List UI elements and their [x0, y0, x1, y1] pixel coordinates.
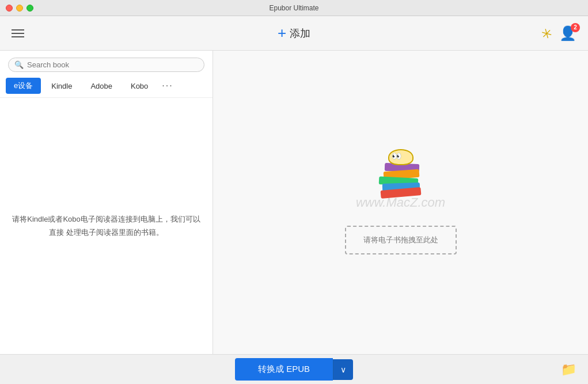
user-notification-badge: 2	[571, 23, 580, 32]
tab-e-device[interactable]: e设备	[6, 78, 41, 94]
titlebar: Epubor Ultimate	[0, 0, 588, 16]
device-hint-text: 请将Kindle或者Kobo电子阅读器连接到电脑上，我们可以直接 处理电子阅读器…	[12, 213, 201, 238]
user-account-button[interactable]: 👤 2	[559, 25, 576, 41]
bottom-bar: 转换成 EPUB ∨ 📁	[0, 354, 588, 384]
add-button[interactable]: + 添加	[278, 24, 310, 42]
search-bar: 🔍	[0, 51, 213, 77]
tab-kindle[interactable]: Kindle	[43, 79, 80, 93]
toolbar-right-actions: ⚹ 👤 2	[541, 25, 576, 41]
convert-button-group: 转换成 EPUB ∨	[235, 358, 353, 381]
add-label: 添加	[290, 26, 310, 40]
search-input[interactable]	[27, 60, 131, 69]
close-button[interactable]	[6, 5, 13, 12]
tab-adobe[interactable]: Adobe	[82, 79, 120, 93]
window-title: Epubor Ultimate	[269, 4, 318, 12]
hamburger-line-1	[12, 29, 24, 31]
hamburger-line-2	[12, 33, 24, 34]
tab-more-button[interactable]: ···	[158, 79, 176, 92]
convert-format-dropdown-button[interactable]: ∨	[333, 359, 353, 380]
device-tabs: e设备 Kindle Adobe Kobo ···	[0, 77, 213, 98]
key-icon[interactable]: ⚹	[537, 24, 555, 42]
book-illustration	[366, 151, 435, 208]
plus-icon: +	[278, 24, 286, 42]
tab-kobo[interactable]: Kobo	[123, 79, 156, 93]
open-folder-button[interactable]: 📁	[561, 362, 576, 377]
traffic-lights[interactable]	[6, 5, 33, 12]
book-face-icon	[388, 149, 414, 165]
drop-zone[interactable]: 请将电子书拖拽至此处	[345, 226, 457, 254]
convert-epub-button[interactable]: 转换成 EPUB	[235, 358, 333, 381]
search-icon: 🔍	[14, 60, 24, 69]
left-panel-content: 请将Kindle或者Kobo电子阅读器连接到电脑上，我们可以直接 处理电子阅读器…	[0, 98, 213, 354]
hamburger-menu-button[interactable]	[12, 29, 24, 37]
toolbar: + 添加 ⚹ 👤 2	[0, 16, 588, 51]
search-input-wrapper[interactable]: 🔍	[8, 58, 204, 72]
book-stack-graphic	[372, 151, 430, 197]
main-content: 🔍 e设备 Kindle Adobe Kobo ··· 请将Kindle或者Ko…	[0, 51, 588, 354]
drop-zone-label: 请将电子书拖拽至此处	[363, 235, 438, 244]
minimize-button[interactable]	[16, 5, 23, 12]
right-panel: www.MacZ.com 请将电子书拖拽至此处	[213, 51, 588, 354]
maximize-button[interactable]	[26, 5, 33, 12]
hamburger-line-3	[12, 36, 24, 37]
left-panel: 🔍 e设备 Kindle Adobe Kobo ··· 请将Kindle或者Ko…	[0, 51, 213, 354]
